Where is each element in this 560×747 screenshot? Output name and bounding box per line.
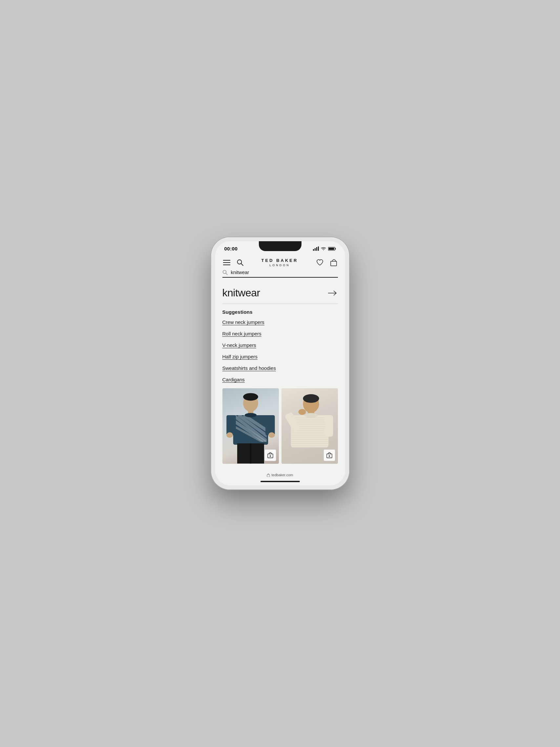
svg-rect-9 (223, 264, 230, 265)
suggestions-heading: Suggestions (222, 309, 338, 315)
wifi-icon (321, 247, 326, 251)
svg-line-14 (226, 273, 228, 275)
menu-button[interactable] (222, 259, 231, 266)
add-to-bag-button-1[interactable] (264, 449, 276, 461)
svg-rect-7 (223, 260, 230, 261)
suggestion-half-zip[interactable]: Half zip jumpers (222, 354, 258, 359)
svg-rect-12 (331, 261, 337, 266)
scene: 00:00 (202, 237, 359, 509)
phone-device: 00:00 (211, 237, 349, 489)
search-bar: knitwear (222, 269, 338, 278)
svg-point-32 (268, 433, 275, 438)
svg-rect-0 (313, 249, 314, 251)
lock-icon (267, 473, 270, 477)
svg-rect-30 (250, 443, 251, 463)
suggestion-v-neck[interactable]: V-neck jumpers (222, 342, 256, 348)
add-to-bag-icon-2 (326, 452, 332, 459)
svg-rect-27 (265, 415, 275, 435)
phone-reflection (211, 490, 349, 510)
svg-point-31 (226, 433, 233, 438)
suggestion-sweatshirts[interactable]: Sweatshirts and hoodies (222, 365, 276, 371)
search-query-text: knitwear (231, 269, 338, 275)
url-text: tedbaker.com (271, 473, 293, 477)
content-divider (222, 304, 338, 304)
logo-sub: LONDON (244, 263, 316, 267)
svg-rect-6 (328, 248, 334, 250)
home-indicator (261, 481, 300, 482)
suggestions-section: Suggestions Crew neck jumpers Roll neck … (222, 309, 338, 382)
phone-notch (259, 241, 301, 251)
hamburger-icon (223, 260, 230, 265)
search-navigate-button[interactable] (327, 290, 338, 297)
header-left (222, 259, 244, 266)
product-card-1[interactable] (222, 388, 279, 463)
svg-rect-3 (318, 247, 319, 251)
product-card-2[interactable] (282, 388, 338, 463)
suggestion-crew-neck[interactable]: Crew neck jumpers (222, 319, 264, 325)
bag-button[interactable] (329, 258, 338, 267)
battery-icon (328, 247, 336, 251)
svg-point-57 (298, 409, 306, 415)
svg-rect-8 (223, 262, 230, 263)
search-button[interactable] (236, 259, 244, 266)
svg-rect-26 (226, 415, 236, 435)
main-content: knitwear Suggestions Crew neck jumpers R… (215, 280, 345, 470)
svg-rect-5 (335, 248, 336, 250)
svg-point-56 (304, 413, 317, 418)
add-to-bag-button-2[interactable] (323, 449, 335, 461)
svg-line-11 (241, 263, 243, 265)
search-heading: knitwear (222, 287, 260, 299)
header-right (316, 258, 338, 267)
add-to-bag-icon-1 (267, 452, 274, 459)
arrow-right-icon (328, 290, 337, 296)
suggestion-roll-neck[interactable]: Roll neck jumpers (222, 331, 262, 336)
wishlist-button[interactable] (316, 259, 324, 266)
search-small-icon (222, 270, 228, 275)
status-time: 00:00 (224, 246, 238, 251)
product-grid (222, 388, 338, 470)
suggestion-cardigans[interactable]: Cardigans (222, 377, 245, 382)
logo-main: TED BAKER (244, 258, 316, 263)
svg-point-18 (243, 393, 258, 401)
svg-rect-61 (267, 474, 270, 477)
search-area: knitwear (215, 269, 345, 280)
heart-icon (316, 259, 323, 266)
search-icon (237, 259, 243, 266)
svg-point-28 (244, 413, 256, 417)
url-bar: tedbaker.com (215, 470, 345, 480)
svg-rect-2 (316, 247, 317, 251)
svg-rect-55 (324, 415, 333, 437)
header-nav: TED BAKER LONDON (215, 254, 345, 269)
svg-rect-1 (315, 248, 316, 251)
bag-icon (330, 259, 337, 266)
phone-screen: 00:00 (215, 241, 345, 485)
svg-point-37 (303, 394, 319, 403)
signal-icon (313, 247, 319, 251)
search-heading-row: knitwear (222, 280, 338, 302)
brand-logo: TED BAKER LONDON (244, 258, 316, 267)
status-icons (313, 247, 336, 251)
